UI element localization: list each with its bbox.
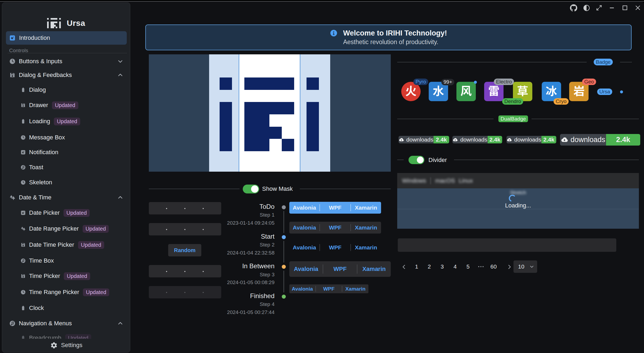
- window-top-border: [0, 1, 644, 2]
- empty-input[interactable]: [398, 238, 616, 252]
- badge-label: Geo: [582, 79, 596, 85]
- page-5-button[interactable]: 5: [462, 261, 474, 273]
- cloud-download-icon: [399, 137, 404, 142]
- updated-badge: Updated: [54, 118, 80, 125]
- option-avalonia[interactable]: Avalonia: [289, 202, 319, 214]
- close-icon[interactable]: [632, 2, 643, 13]
- page-2-button[interactable]: 2: [423, 261, 435, 273]
- loading-panel: Windows macOS Linux Stretch Loading...: [397, 173, 639, 229]
- sidebar-item-label: Date Time Picker: [29, 241, 74, 248]
- sidebar-item-label: Date Range Picker: [29, 225, 79, 232]
- sidebar-item-dialog[interactable]: Dialog: [6, 83, 127, 97]
- option-avalonia[interactable]: Avalonia: [289, 261, 323, 277]
- page-last-button[interactable]: 60: [488, 261, 499, 273]
- minimize-icon[interactable]: [607, 2, 617, 13]
- sidebar-item-label: Date Picker: [29, 209, 60, 216]
- ellipsis-icon[interactable]: [476, 261, 486, 273]
- dual-badge-value: 2.4k: [541, 136, 556, 143]
- show-mask-toggle[interactable]: [243, 185, 259, 193]
- option-wpf[interactable]: WPF: [320, 202, 350, 214]
- option-wpf[interactable]: WPF: [323, 261, 357, 277]
- sidebar-item-clock[interactable]: Clock: [6, 301, 127, 315]
- fullscreen-icon[interactable]: [594, 2, 604, 13]
- timeline-step: Step 2: [188, 242, 275, 248]
- badge-label: Electro: [494, 79, 514, 85]
- sidebar-item-loading[interactable]: LoadingUpdated: [6, 115, 127, 128]
- divider-toggle-label: Divider: [428, 156, 447, 164]
- sidebar-item-label: Message Box: [29, 134, 65, 141]
- sidebar-item-message-box[interactable]: Message Box: [6, 131, 127, 144]
- sidebar-item-label: Time Picker: [29, 273, 60, 280]
- battery-icon: [20, 305, 26, 311]
- prev-page-button[interactable]: [400, 264, 408, 270]
- sidebar-item-breadcrumb[interactable]: BreadcrumbUpdated: [6, 331, 127, 339]
- updated-badge: Updated: [83, 288, 109, 296]
- sidebar-item-time-range-picker[interactable]: Time Range PickerUpdated: [6, 285, 127, 299]
- sidebar-item-dialog-feedbacks[interactable]: Dialog & Feedbacks: [6, 68, 127, 82]
- maximize-icon[interactable]: [620, 2, 630, 13]
- page-3-button[interactable]: 3: [436, 261, 448, 273]
- banner-title: Welcome to IRIHI Technology!: [343, 29, 447, 37]
- sidebar-item-date-time-picker[interactable]: Date Time PickerUpdated: [6, 238, 127, 252]
- option-avalonia[interactable]: Avalonia: [289, 284, 315, 293]
- selection-group-5: AvaloniaWPFXamarin: [289, 284, 368, 293]
- sidebar-item-buttons-inputs[interactable]: Buttons & Inputs: [6, 55, 127, 68]
- option-wpf[interactable]: WPF: [320, 242, 350, 253]
- updated-badge: Updated: [64, 209, 90, 217]
- dot: [483, 266, 484, 267]
- divider-line: [149, 189, 240, 189]
- tab-linux[interactable]: Linux: [459, 177, 473, 184]
- sidebar-item-label: Buttons & Inputs: [19, 58, 62, 65]
- welcome-banner: Welcome to IRIHI Technology! Aesthetic r…: [145, 24, 632, 50]
- divider-toggle[interactable]: [409, 156, 424, 164]
- option-avalonia[interactable]: Avalonia: [289, 242, 319, 253]
- logo-image: [149, 54, 391, 172]
- battery-icon: [20, 119, 26, 124]
- sidebar-item-skeleton[interactable]: Skeleton: [6, 176, 127, 189]
- next-page-button[interactable]: [505, 264, 513, 270]
- tab-windows[interactable]: Windows: [402, 177, 426, 184]
- sidebar-item-label: Toast: [29, 164, 43, 171]
- info-icon: [330, 29, 337, 37]
- dot-separator: [166, 229, 167, 230]
- page-4-button[interactable]: 4: [449, 261, 461, 273]
- toggle-knob: [417, 157, 424, 163]
- timeline-dot: [282, 265, 286, 269]
- option-xamarin[interactable]: Xamarin: [342, 284, 368, 293]
- sidebar-item-label: Dialog: [29, 86, 46, 93]
- page-1-button[interactable]: 1: [411, 261, 423, 273]
- page-size-select[interactable]: 10: [513, 260, 537, 273]
- tab-macos[interactable]: macOS: [435, 177, 455, 184]
- github-icon[interactable]: [568, 2, 579, 13]
- sidebar-item-notification[interactable]: Notification: [6, 146, 127, 159]
- settings-button[interactable]: Settings: [2, 338, 130, 352]
- option-wpf[interactable]: WPF: [320, 222, 350, 234]
- theme-toggle-icon[interactable]: [581, 2, 592, 13]
- option-xamarin[interactable]: Xamarin: [357, 261, 391, 277]
- divider-line: [397, 119, 494, 119]
- sidebar-item-toast[interactable]: Toast: [6, 161, 127, 174]
- dot: [480, 266, 481, 267]
- sidebar-item-label: Date & Time: [19, 194, 51, 201]
- option-avalonia[interactable]: Avalonia: [289, 222, 319, 234]
- badge-label: Cryo: [554, 98, 569, 105]
- sidebar-item-date-range-picker[interactable]: Date Range PickerUpdated: [6, 222, 127, 235]
- sidebar-item-drawer[interactable]: DrawerUpdated: [6, 98, 127, 112]
- sidebar-item-label: Loading: [29, 118, 50, 125]
- sidebar-item-time-box[interactable]: Time Box: [6, 254, 127, 267]
- clock-icon: [9, 58, 16, 65]
- sidebar-item-navigation-menus[interactable]: Navigation & Menus: [6, 317, 127, 330]
- timeline-time: 2024-01-04 22:32:58: [188, 250, 275, 256]
- option-xamarin[interactable]: Xamarin: [351, 202, 381, 214]
- sidebar-item-date-time[interactable]: Date & Time: [6, 191, 127, 204]
- element-tile-2[interactable]: [456, 82, 476, 101]
- option-xamarin[interactable]: Xamarin: [351, 242, 381, 253]
- option-xamarin[interactable]: Xamarin: [351, 222, 381, 234]
- sidebar-item-date-picker[interactable]: Date PickerUpdated: [6, 206, 127, 220]
- sidebar: Ursa Introduction Controls Buttons & Inp…: [2, 2, 130, 352]
- dual-badge: downloads 2.4k: [452, 136, 502, 143]
- option-wpf[interactable]: WPF: [316, 284, 342, 293]
- dual-badge-value: 2.4k: [488, 136, 502, 143]
- divider-line: [397, 160, 404, 160]
- sidebar-item-time-picker[interactable]: Time PickerUpdated: [6, 269, 127, 283]
